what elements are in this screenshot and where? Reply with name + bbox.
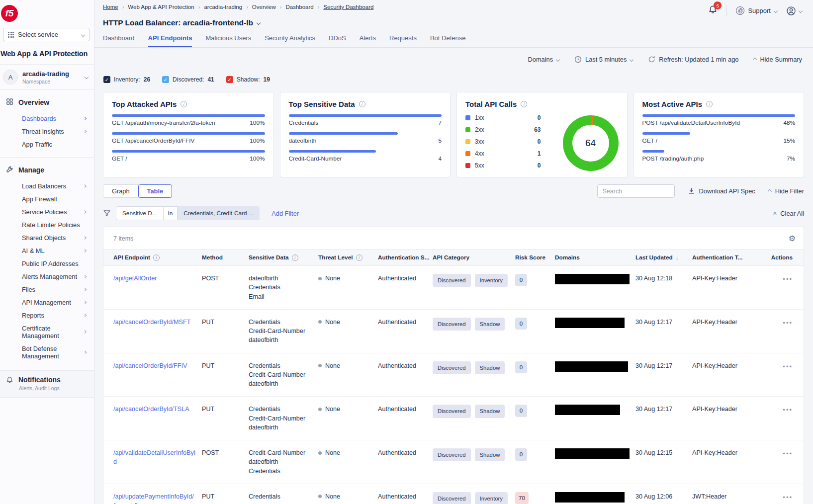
sidebar-item-app-traffic[interactable]: App Traffic xyxy=(0,138,94,151)
tab-security-analytics[interactable]: Security Analytics xyxy=(265,34,315,47)
download-icon xyxy=(688,187,695,195)
checkbox-discovered[interactable]: ✓Discovered: 41 xyxy=(162,76,214,83)
checkbox-inventory[interactable]: ✓Inventory: 26 xyxy=(103,76,150,83)
column-header-api-category[interactable]: API Category xyxy=(433,250,515,265)
breadcrumb-item[interactable]: arcadia-trading xyxy=(204,4,242,10)
api-endpoint-link[interactable]: /api/updatePaymentInfoById/{user_id} xyxy=(113,492,197,504)
tab-api-endpoints[interactable]: API Endpoints xyxy=(148,34,192,47)
gear-icon[interactable]: ⚙ xyxy=(789,234,796,243)
tab-ddos[interactable]: DDoS xyxy=(329,34,346,47)
column-header-domains[interactable]: Domains xyxy=(555,250,635,265)
breadcrumb-item[interactable]: Security Dashboard xyxy=(323,4,373,10)
row-actions-button[interactable]: ••• xyxy=(783,493,793,503)
api-endpoint-link[interactable]: /api/cancelOrderById/FFIV xyxy=(113,361,187,371)
api-endpoint-link[interactable]: /api/cancelOrderById/MSFT xyxy=(113,318,190,327)
column-header-last-updated[interactable]: Last Updated↓ xyxy=(635,250,692,265)
breadcrumb-item[interactable]: Overview xyxy=(252,4,276,10)
graph-view-button[interactable]: Graph xyxy=(103,184,139,198)
checkbox-icon: ✓ xyxy=(103,76,110,83)
filter-field[interactable]: Sensitive D... xyxy=(116,206,164,220)
tab-alerts[interactable]: Alerts xyxy=(360,34,376,47)
cell-api-endpoint: /api/getAllOrder xyxy=(113,266,202,309)
sidebar-item-app-firewall[interactable]: App Firewall xyxy=(0,192,94,205)
column-header-api-endpoint[interactable]: API Endpointi xyxy=(113,250,202,265)
sidebar-item-service-policies[interactable]: Service Policies xyxy=(0,205,94,218)
select-service-dropdown[interactable]: Select service xyxy=(3,28,90,41)
column-header-actions[interactable]: Actions xyxy=(754,250,797,265)
sidebar-section-label: Overview xyxy=(18,98,49,106)
namespace-selector[interactable]: A arcadia-trading Namespace xyxy=(0,64,94,90)
time-range-dropdown[interactable]: Last 5 minutes xyxy=(574,56,633,63)
sidebar-item-rate-limiter-policies[interactable]: Rate Limiter Policies xyxy=(0,218,94,231)
chevron-right-icon xyxy=(83,236,87,239)
card-title-text: Top Sensitive Data xyxy=(289,100,355,108)
sidebar-item-threat-insights[interactable]: Threat Insights xyxy=(0,125,94,138)
clear-all-button[interactable]: × Clear All xyxy=(773,209,804,217)
bar-track xyxy=(112,132,265,135)
info-icon: i xyxy=(292,254,298,261)
info-icon[interactable]: i xyxy=(181,101,187,107)
legend-value: 0 xyxy=(538,138,554,145)
tab-bot-defense[interactable]: Bot Defense xyxy=(430,34,466,47)
cell-auth-status: Authenticated xyxy=(378,484,433,504)
f5-logo-icon[interactable]: f5 xyxy=(1,5,18,22)
sort-down-icon[interactable]: ↓ xyxy=(676,254,679,260)
sidebar-item-api-management[interactable]: API Management xyxy=(0,296,94,309)
sidebar-item-ai-ml[interactable]: AI & ML xyxy=(0,244,94,257)
cell-risk-score: 0 xyxy=(515,353,555,397)
column-header-method[interactable]: Method xyxy=(202,250,249,265)
tab-malicious-users[interactable]: Malicious Users xyxy=(205,34,251,47)
sidebar-item-public-ip-addresses[interactable]: Public IP Addresses xyxy=(0,257,94,270)
chevron-down-icon[interactable] xyxy=(257,21,261,25)
api-endpoint-link[interactable]: /api/cancelOrderById/TSLA xyxy=(113,405,189,414)
info-icon[interactable]: i xyxy=(706,101,713,107)
column-header-authentication-s-[interactable]: Authentication S... xyxy=(378,250,433,265)
row-actions-button[interactable]: ••• xyxy=(783,449,793,459)
sidebar-item-reports[interactable]: Reports xyxy=(0,309,94,322)
category-chips: DiscoveredShadow xyxy=(433,318,511,331)
breadcrumb-item[interactable]: Home xyxy=(103,4,118,10)
hide-filter-toggle[interactable]: Hide Filter xyxy=(768,187,804,195)
download-api-spec-button[interactable]: Download API Spec xyxy=(688,187,755,195)
search-input[interactable] xyxy=(597,184,675,198)
info-icon[interactable]: i xyxy=(359,101,365,107)
info-icon[interactable]: i xyxy=(521,101,527,107)
breadcrumb-item[interactable]: Web App & API Protection xyxy=(128,4,194,10)
column-header-threat-level[interactable]: Threat Leveli xyxy=(318,250,378,265)
add-filter-button[interactable]: Add Filter xyxy=(271,210,299,217)
api-endpoint-link[interactable]: /api/validateDetailUserInfoById xyxy=(113,448,197,467)
row-actions-button[interactable]: ••• xyxy=(783,362,793,372)
domains-dropdown[interactable]: Domains xyxy=(528,56,560,63)
card-title-text: Most Active APIs xyxy=(642,100,703,108)
checkbox-shadow[interactable]: ✓Shadow: 19 xyxy=(226,76,270,83)
account-menu[interactable] xyxy=(786,6,802,16)
tab-requests[interactable]: Requests xyxy=(389,34,417,47)
filter-value-chip[interactable]: Credentials, Credit-Card-... xyxy=(178,206,260,220)
column-header-authentication-t-[interactable]: Authentication T... xyxy=(692,250,754,265)
cell-api-category: DiscoveredInventory xyxy=(433,266,515,309)
refresh-button[interactable]: Refresh: Updated 1 min ago xyxy=(648,56,738,63)
row-actions-button[interactable]: ••• xyxy=(783,406,793,415)
column-header-risk-score[interactable]: Risk Score xyxy=(515,250,555,265)
sidebar-item-load-balancers[interactable]: Load Balancers xyxy=(0,179,94,192)
bar-value: 7 xyxy=(438,119,442,126)
sidebar-item-alerts-management[interactable]: Alerts Management xyxy=(0,270,94,283)
hide-summary-toggle[interactable]: Hide Summary xyxy=(753,56,802,63)
breadcrumb-separator: › xyxy=(280,4,282,10)
sidebar-item-files[interactable]: Files xyxy=(0,283,94,296)
table-view-button[interactable]: Table xyxy=(138,184,172,198)
support-menu[interactable]: @ Support xyxy=(736,6,777,15)
column-header-sensitive-data[interactable]: Sensitive Datai xyxy=(249,250,318,265)
notification-bell-button[interactable]: 5 xyxy=(708,5,718,16)
sidebar-item-shared-objects[interactable]: Shared Objects xyxy=(0,231,94,244)
sidebar-item-dashboards[interactable]: Dashboards xyxy=(0,112,94,125)
row-actions-button[interactable]: ••• xyxy=(783,319,793,328)
sidebar-item-certificate-management[interactable]: Certificate Management xyxy=(0,322,94,342)
breadcrumb-item[interactable]: Dashboard xyxy=(285,4,313,10)
api-endpoint-link[interactable]: /api/getAllOrder xyxy=(113,274,157,283)
sidebar-notifications[interactable]: Notifications Alerts, Audit Logs xyxy=(0,370,94,398)
tab-dashboard[interactable]: Dashboard xyxy=(103,34,135,47)
sidebar-item-bot-defense-management[interactable]: Bot Defense Management xyxy=(0,342,94,362)
filter-operator[interactable]: In xyxy=(164,206,178,220)
row-actions-button[interactable]: ••• xyxy=(783,275,793,284)
